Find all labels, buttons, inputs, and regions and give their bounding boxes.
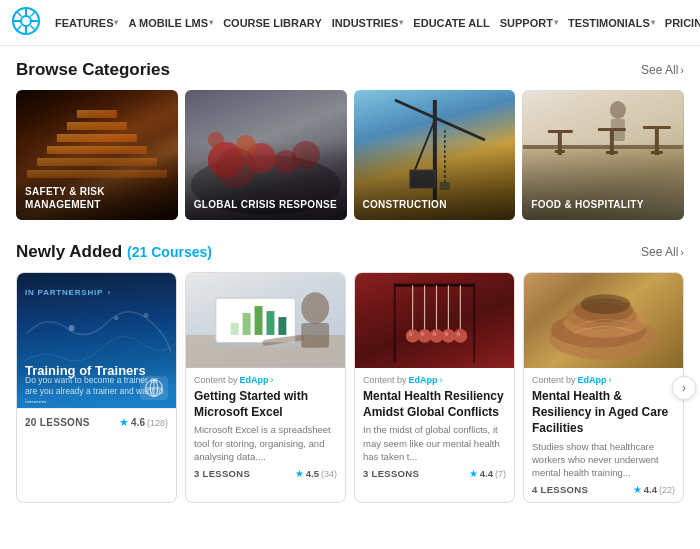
- scroll-right-button[interactable]: ›: [672, 376, 696, 400]
- newly-added-title: Newly Added: [16, 242, 122, 262]
- course-desc-aged: Studies show that healthcare workers who…: [532, 440, 675, 480]
- svg-rect-57: [278, 317, 286, 335]
- newly-added-count: (21 Courses): [127, 244, 212, 260]
- nav-links: FEATURES▾ A MOBILE LMS▾ COURSE LIBRARY I…: [50, 13, 700, 33]
- newly-added-section: Newly Added (21 Courses) See All ›: [16, 242, 684, 503]
- rating-value-tot: 4.6: [131, 417, 145, 428]
- category-card-crisis[interactable]: GLOBAL CRISIS RESPONSE: [185, 90, 347, 220]
- main-content: Browse Categories See All ›: [0, 46, 700, 517]
- category-card-construction[interactable]: CONSTRUCTION: [354, 90, 516, 220]
- svg-point-85: [581, 294, 631, 314]
- star-icon-excel: ★: [295, 468, 304, 479]
- course-desc-excel: Microsoft Excel is a spreadsheet tool fo…: [194, 423, 337, 463]
- svg-line-7: [31, 25, 37, 31]
- tot-desc-overlay: Do you want to become a trainer or are y…: [25, 375, 168, 403]
- nav-link-lms[interactable]: A MOBILE LMS▾: [123, 13, 218, 33]
- course-meta-mental: 3 LESSONS ★ 4.4 (7): [363, 468, 506, 479]
- content-by-mental: Content by EdApp ›: [363, 375, 506, 385]
- browse-section: Browse Categories See All ›: [16, 60, 684, 220]
- nav-link-features[interactable]: FEATURES▾: [50, 13, 123, 33]
- svg-point-59: [301, 292, 329, 324]
- course-card-tot[interactable]: IN PARTNERSHIP › Training of Trainers Do…: [16, 272, 177, 503]
- course-body-mental: Content by EdApp › Mental Health Resilie…: [355, 368, 514, 486]
- svg-point-78: [444, 332, 448, 336]
- course-thumb-aged: [524, 273, 683, 368]
- course-thumb-tot: IN PARTNERSHIP › Training of Trainers Do…: [17, 273, 176, 408]
- navbar: FEATURES▾ A MOBILE LMS▾ COURSE LIBRARY I…: [0, 0, 700, 46]
- rating-aged: 4.4: [644, 484, 657, 495]
- lessons-aged: 4 LESSONS: [532, 484, 588, 495]
- brand-mental: EdApp: [409, 375, 438, 385]
- rating-count-tot: (128): [147, 418, 168, 428]
- count-mental: (7): [495, 469, 506, 479]
- svg-point-44: [69, 325, 75, 331]
- svg-point-74: [453, 329, 467, 343]
- course-meta-aged: 4 LESSONS ★ 4.4 (22): [532, 484, 675, 495]
- svg-rect-53: [231, 323, 239, 335]
- nav-logo[interactable]: [12, 7, 40, 39]
- content-by-excel: Content by EdApp ›: [194, 375, 337, 385]
- category-card-food[interactable]: FOOD & HOSPITALITY: [522, 90, 684, 220]
- star-icon-tot: ★: [119, 416, 129, 429]
- course-card-excel[interactable]: Content by EdApp › Getting Started with …: [185, 272, 346, 503]
- svg-point-77: [433, 332, 437, 336]
- course-body-tot: 20 LESSONS ★ 4.6 (128): [17, 408, 176, 436]
- nav-link-library[interactable]: COURSE LIBRARY: [218, 13, 327, 33]
- course-title-mental: Mental Health Resiliency Amidst Global C…: [363, 388, 506, 420]
- excel-visual: [186, 273, 345, 368]
- cat-label-crisis: GLOBAL CRISIS RESPONSE: [194, 198, 338, 211]
- course-thumb-mental: [355, 273, 514, 368]
- partnership-label: IN PARTNERSHIP ›: [25, 281, 110, 299]
- star-icon-mental: ★: [469, 468, 478, 479]
- category-grid: SAFETY & RISK MANAGEMENT GLOBAL CRISI: [16, 90, 684, 220]
- course-desc-mental: In the midst of global conflicts, it may…: [363, 423, 506, 463]
- svg-point-75: [409, 332, 413, 336]
- course-card-aged[interactable]: Content by EdApp › Mental Health & Resil…: [523, 272, 684, 503]
- course-body-excel: Content by EdApp › Getting Started with …: [186, 368, 345, 486]
- svg-line-9: [16, 25, 22, 31]
- course-grid: IN PARTNERSHIP › Training of Trainers Do…: [16, 272, 684, 503]
- hands-visual: [524, 273, 683, 368]
- svg-point-72: [430, 329, 444, 343]
- brand-aged: EdApp: [578, 375, 607, 385]
- svg-point-79: [456, 332, 460, 336]
- cat-label-safety: SAFETY & RISK MANAGEMENT: [25, 185, 169, 211]
- course-body-aged: Content by EdApp › Mental Health & Resil…: [524, 368, 683, 502]
- course-title-aged: Mental Health & Resiliency in Aged Care …: [532, 388, 675, 437]
- cat-label-construction: CONSTRUCTION: [363, 198, 507, 211]
- cat-label-food: FOOD & HOSPITALITY: [531, 198, 675, 211]
- pendulum-visual: [355, 273, 514, 368]
- course-title-excel: Getting Started with Microsoft Excel: [194, 388, 337, 420]
- category-card-safety[interactable]: SAFETY & RISK MANAGEMENT: [16, 90, 178, 220]
- lessons-mental: 3 LESSONS: [363, 468, 419, 479]
- svg-rect-60: [301, 323, 329, 348]
- count-aged: (22): [659, 485, 675, 495]
- browse-title: Browse Categories: [16, 60, 170, 80]
- course-meta-excel: 3 LESSONS ★ 4.5 (34): [194, 468, 337, 479]
- nav-link-support[interactable]: SUPPORT▾: [495, 13, 563, 33]
- browse-see-all[interactable]: See All ›: [641, 63, 684, 77]
- svg-rect-58: [211, 343, 300, 348]
- rating-excel: 4.5: [306, 468, 319, 479]
- svg-point-76: [421, 332, 425, 336]
- svg-rect-54: [243, 313, 251, 335]
- svg-point-73: [441, 329, 455, 343]
- nav-link-industries[interactable]: INDUSTRIES▾: [327, 13, 409, 33]
- svg-point-71: [418, 329, 432, 343]
- rating-mental: 4.4: [480, 468, 493, 479]
- count-excel: (34): [321, 469, 337, 479]
- newly-added-see-all[interactable]: See All ›: [641, 245, 684, 259]
- nav-link-pricing[interactable]: PRICING: [660, 13, 700, 33]
- course-card-mental[interactable]: Content by EdApp › Mental Health Resilie…: [354, 272, 515, 503]
- course-lessons-tot: 20 LESSONS: [25, 417, 90, 428]
- nav-link-educate[interactable]: EDUCATE ALL: [408, 13, 494, 33]
- newly-added-header: Newly Added (21 Courses) See All ›: [16, 242, 684, 262]
- brand-excel: EdApp: [240, 375, 269, 385]
- svg-point-70: [406, 329, 420, 343]
- nav-link-testimonials[interactable]: TESTIMONIALS▾: [563, 13, 660, 33]
- lessons-excel: 3 LESSONS: [194, 468, 250, 479]
- svg-line-6: [16, 11, 22, 17]
- svg-rect-55: [255, 306, 263, 335]
- browse-header: Browse Categories See All ›: [16, 60, 684, 80]
- svg-point-1: [21, 16, 31, 26]
